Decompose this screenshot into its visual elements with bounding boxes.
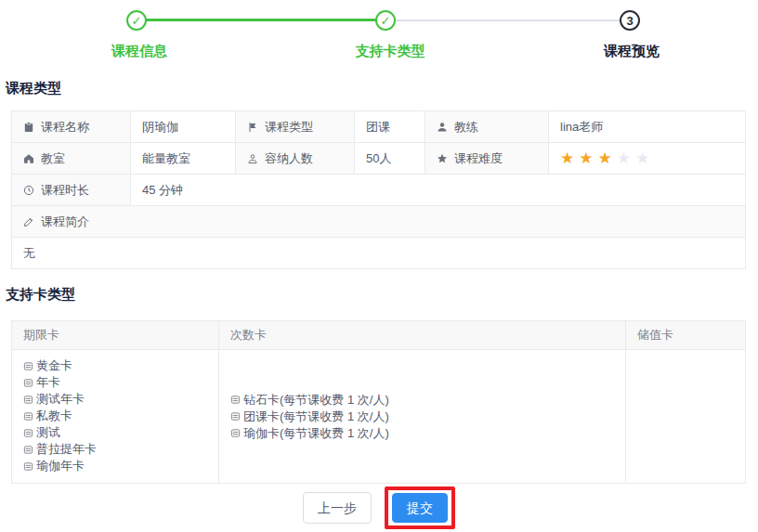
table-row: 课程名称 阴瑜伽 课程类型 团课 教练 lina老师 bbox=[12, 111, 746, 143]
card-name: 黄金卡 bbox=[36, 357, 72, 374]
course-name-label: 课程名称 bbox=[41, 119, 89, 136]
table-row: 教室 能量教室 容纳人数 50人 课程难度 ★★★★★ bbox=[12, 143, 746, 175]
course-section-title: 课程类型 bbox=[6, 80, 61, 97]
user-outline-icon bbox=[247, 153, 258, 164]
count-card-list: 钻石卡(每节课收费 1 次/人) 团课卡(每节课收费 1 次/人) 瑜伽卡(每节… bbox=[230, 392, 614, 442]
difficulty-stars: ★★★★★ bbox=[560, 150, 734, 166]
check-icon: ✓ bbox=[381, 15, 391, 27]
step-3-label: 课程预览 bbox=[604, 43, 660, 60]
course-type-value: 团课 bbox=[355, 111, 425, 143]
card-name: 瑜伽年卡 bbox=[36, 458, 85, 474]
intro-value: 无 bbox=[12, 238, 746, 269]
card-name: 钻石卡(每节课收费 1 次/人) bbox=[243, 392, 389, 409]
card-icon bbox=[230, 411, 241, 422]
list-item: 私教卡 bbox=[23, 408, 207, 424]
table-row: 黄金卡 年卡 测试年卡 bbox=[12, 350, 746, 484]
footer-actions: 上一步 提交 bbox=[0, 487, 758, 529]
intro-label: 课程简介 bbox=[41, 214, 89, 230]
star-icon: ★ bbox=[579, 150, 593, 166]
capacity-value: 50人 bbox=[355, 143, 425, 175]
clock-icon bbox=[23, 185, 34, 196]
value-card-column-header: 储值卡 bbox=[626, 321, 746, 350]
star-icon: ★ bbox=[635, 150, 649, 166]
step-connector-2 bbox=[396, 19, 620, 21]
value-card-cell bbox=[626, 350, 746, 484]
table-header-row: 期限卡 次数卡 储值卡 bbox=[12, 321, 746, 350]
table-row: 课程时长 45 分钟 bbox=[12, 175, 746, 206]
coach-value: lina老师 bbox=[549, 111, 746, 143]
card-types-table: 期限卡 次数卡 储值卡 黄金卡 年卡 bbox=[11, 320, 746, 484]
card-name: 瑜伽卡(每节课收费 1 次/人) bbox=[243, 425, 389, 442]
room-label: 教室 bbox=[41, 150, 65, 167]
card-name: 私教卡 bbox=[36, 408, 72, 424]
flag-icon bbox=[247, 122, 258, 133]
card-icon bbox=[23, 395, 33, 405]
table-row: 课程简介 bbox=[12, 206, 746, 238]
card-icon bbox=[23, 445, 33, 455]
course-name-value: 阴瑜伽 bbox=[131, 111, 236, 143]
list-item: 瑜伽年卡 bbox=[23, 458, 207, 474]
course-preview-page: ✓ ✓ 3 课程信息 支持卡类型 课程预览 课程类型 课程名称 阴瑜伽 课程类型 bbox=[0, 0, 758, 532]
list-item: 钻石卡(每节课收费 1 次/人) bbox=[230, 392, 614, 409]
card-name: 普拉提年卡 bbox=[36, 441, 97, 458]
check-icon: ✓ bbox=[132, 15, 142, 27]
difficulty-label: 课程难度 bbox=[454, 150, 503, 167]
course-info-table: 课程名称 阴瑜伽 课程类型 团课 教练 lina老师 教室 能量教室 容纳人数 bbox=[11, 110, 746, 269]
list-item: 瑜伽卡(每节课收费 1 次/人) bbox=[230, 425, 614, 442]
room-value: 能量教室 bbox=[131, 143, 236, 175]
step-2-label: 支持卡类型 bbox=[356, 43, 425, 60]
step-3-indicator: 3 bbox=[620, 10, 640, 31]
cards-section-title: 支持卡类型 bbox=[6, 286, 75, 304]
period-card-column-header: 期限卡 bbox=[12, 321, 219, 350]
card-name: 测试年卡 bbox=[36, 391, 85, 408]
count-card-column-header: 次数卡 bbox=[219, 321, 626, 350]
card-name: 团课卡(每节课收费 1 次/人) bbox=[243, 409, 389, 425]
step-2-indicator: ✓ bbox=[375, 10, 396, 31]
step-1-indicator: ✓ bbox=[126, 10, 147, 31]
card-icon bbox=[230, 395, 241, 405]
list-item: 年卡 bbox=[23, 374, 207, 391]
submit-button[interactable]: 提交 bbox=[392, 493, 448, 523]
list-item: 测试 bbox=[23, 424, 207, 441]
pencil-icon bbox=[23, 216, 34, 227]
card-icon bbox=[23, 361, 33, 371]
star-icon: ★ bbox=[560, 150, 574, 166]
coach-label: 教练 bbox=[454, 119, 478, 136]
card-name: 测试 bbox=[36, 424, 60, 441]
previous-step-button[interactable]: 上一步 bbox=[303, 492, 372, 524]
card-icon bbox=[23, 411, 33, 422]
star-icon bbox=[437, 153, 448, 164]
list-item: 团课卡(每节课收费 1 次/人) bbox=[230, 409, 614, 425]
duration-value: 45 分钟 bbox=[131, 175, 746, 206]
card-icon bbox=[23, 461, 33, 472]
list-item: 普拉提年卡 bbox=[23, 441, 207, 458]
period-card-list: 黄金卡 年卡 测试年卡 bbox=[23, 357, 207, 474]
card-icon bbox=[23, 378, 33, 388]
course-type-label: 课程类型 bbox=[265, 119, 313, 136]
home-icon bbox=[23, 153, 34, 164]
card-icon bbox=[23, 428, 33, 438]
period-card-cell: 黄金卡 年卡 测试年卡 bbox=[12, 350, 219, 484]
card-icon bbox=[230, 428, 241, 438]
step-1-label: 课程信息 bbox=[111, 43, 167, 60]
step-number: 3 bbox=[626, 15, 633, 27]
count-card-cell: 钻石卡(每节课收费 1 次/人) 团课卡(每节课收费 1 次/人) 瑜伽卡(每节… bbox=[219, 350, 626, 484]
clipboard-icon bbox=[23, 122, 34, 133]
star-icon: ★ bbox=[598, 150, 612, 166]
list-item: 测试年卡 bbox=[23, 391, 207, 408]
duration-label: 课程时长 bbox=[41, 182, 89, 199]
card-name: 年卡 bbox=[36, 374, 60, 391]
star-icon: ★ bbox=[617, 150, 631, 166]
table-row: 无 bbox=[12, 238, 746, 269]
annotation-highlight: 提交 bbox=[385, 487, 455, 529]
list-item: 黄金卡 bbox=[23, 357, 207, 374]
capacity-label: 容纳人数 bbox=[265, 150, 313, 167]
step-connector-1 bbox=[147, 19, 375, 21]
user-icon bbox=[437, 122, 448, 133]
